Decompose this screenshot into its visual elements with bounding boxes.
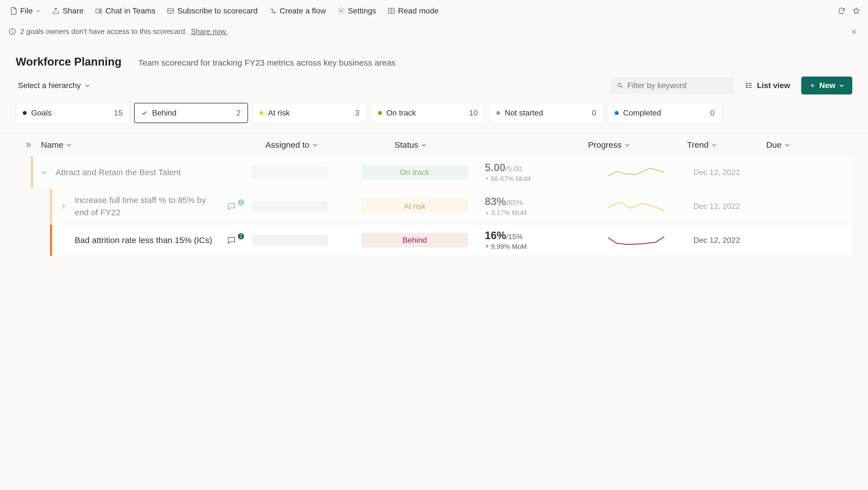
status-filter-label: Behind <box>152 108 232 118</box>
search-input[interactable] <box>627 81 728 90</box>
comment-button[interactable]: 2 <box>227 235 252 245</box>
share-label: Share <box>63 6 84 15</box>
comment-count-badge: 2 <box>238 233 244 239</box>
star-icon <box>852 7 861 15</box>
status-cell: Behind <box>359 233 471 248</box>
refresh-button[interactable] <box>835 5 848 17</box>
file-menu[interactable]: File <box>6 4 45 18</box>
app-toolbar: File Share Chat in Teams Subscribe to sc… <box>0 0 868 22</box>
progress-value: 16%/15% <box>485 230 523 242</box>
status-filter-completed[interactable]: Completed0 <box>608 103 721 123</box>
expand-all-toggle[interactable] <box>16 141 41 149</box>
col-progress-header[interactable]: Progress <box>512 140 630 150</box>
trend-cell <box>580 200 667 213</box>
avatar-placeholder <box>252 167 328 178</box>
hierarchy-label: Select a hierarchy <box>18 81 81 90</box>
svg-point-8 <box>746 85 747 86</box>
share-button[interactable]: Share <box>48 4 88 18</box>
settings-button[interactable]: Settings <box>333 4 381 18</box>
read-mode-button[interactable]: Read mode <box>383 4 443 18</box>
status-filters: Goals15Behind2At risk3On track10Not star… <box>0 103 868 133</box>
comment-icon <box>227 235 236 245</box>
progress-cell: 16%/15%9.99% MoM <box>471 230 580 251</box>
flow-label: Create a flow <box>280 6 326 15</box>
comment-icon <box>227 201 236 211</box>
avatar-placeholder <box>252 235 328 246</box>
status-filter-on-track[interactable]: On track10 <box>371 103 485 123</box>
create-flow-button[interactable]: Create a flow <box>265 4 331 18</box>
col-due-header[interactable]: Due <box>717 140 790 150</box>
status-filter-not-started[interactable]: Not started0 <box>489 103 603 123</box>
row-expand-toggle[interactable] <box>52 203 74 209</box>
controls-row: Select a hierarchy List view New <box>0 74 868 103</box>
col-assigned-header[interactable]: Assigned to <box>266 140 395 150</box>
hierarchy-select[interactable]: Select a hierarchy <box>16 78 93 93</box>
status-filter-label: Goals <box>31 108 110 118</box>
subscribe-icon <box>167 7 175 15</box>
readmode-label: Read mode <box>398 6 439 15</box>
gear-icon <box>337 7 345 15</box>
svg-point-3 <box>340 10 342 12</box>
trend-cell <box>580 166 667 179</box>
chevron-down-icon <box>85 83 90 88</box>
status-filter-count: 10 <box>469 108 478 118</box>
search-box[interactable] <box>611 77 734 94</box>
chat-teams-button[interactable]: Chat in Teams <box>90 4 160 18</box>
notification-text: 2 goals owners don't have access to this… <box>20 27 187 36</box>
arrow-up-icon <box>485 244 489 249</box>
status-filter-count: 0 <box>592 108 596 118</box>
trend-cell <box>580 234 667 247</box>
progress-denominator: /5.00 <box>505 165 522 173</box>
row-expand-toggle[interactable] <box>33 169 56 175</box>
col-name-header[interactable]: Name <box>41 140 266 150</box>
new-button[interactable]: New <box>801 76 852 95</box>
close-icon <box>850 28 857 35</box>
progress-value: 83%/85% <box>485 196 523 208</box>
chat-label: Chat in Teams <box>105 6 155 15</box>
assigned-cell <box>252 201 359 212</box>
progress-denominator: /15% <box>506 232 523 241</box>
goal-row[interactable]: Attract and Retain the Best TalentOn tra… <box>31 156 852 188</box>
status-filter-behind[interactable]: Behind2 <box>134 103 248 123</box>
status-filter-label: At risk <box>268 108 350 118</box>
plus-icon <box>809 82 816 89</box>
goal-name: Bad attrition rate less than 15% (ICs) <box>74 234 227 247</box>
favorite-button[interactable] <box>850 5 862 17</box>
subscribe-button[interactable]: Subscribe to scorecard <box>162 4 262 18</box>
comment-count-badge: 1 <box>238 199 244 205</box>
check-icon <box>142 110 148 116</box>
chevron-double-right-icon <box>25 141 32 149</box>
goal-name: Attract and Retain the Best Talent <box>56 166 227 178</box>
read-icon <box>388 7 395 15</box>
comment-button[interactable]: 1 <box>227 201 252 211</box>
notification-bar: 2 goals owners don't have access to this… <box>0 22 868 41</box>
progress-cell: 5.00/5.0066.67% MoM <box>471 162 580 183</box>
notification-close[interactable] <box>848 26 860 37</box>
chevron-down-icon <box>624 142 630 148</box>
status-filter-label: On track <box>386 108 465 118</box>
status-dot-icon <box>23 111 27 115</box>
goal-row[interactable]: Bad attrition rate less than 15% (ICs)2B… <box>50 224 852 256</box>
refresh-icon <box>837 7 846 15</box>
svg-point-1 <box>100 9 101 10</box>
file-icon <box>10 7 18 15</box>
col-status-header[interactable]: Status <box>395 140 512 150</box>
assigned-cell <box>252 235 359 246</box>
col-trend-header[interactable]: Trend <box>630 140 717 150</box>
progress-delta: 66.67% MoM <box>485 175 530 183</box>
status-dot-icon <box>378 111 382 115</box>
goal-rows: Attract and Retain the Best TalentOn tra… <box>0 156 868 256</box>
list-icon <box>745 81 753 90</box>
listview-label: List view <box>757 81 790 90</box>
list-view-button[interactable]: List view <box>741 78 795 93</box>
status-filter-goals[interactable]: Goals15 <box>16 103 130 123</box>
trend-sparkline <box>608 234 664 247</box>
status-filter-at-risk[interactable]: At risk3 <box>252 103 366 123</box>
chevron-down-icon <box>41 169 48 175</box>
trend-sparkline <box>608 200 664 213</box>
goal-row[interactable]: Increase full time staff % to 85% by end… <box>50 189 852 224</box>
progress-value: 5.00/5.00 <box>485 162 522 174</box>
search-icon <box>617 82 623 89</box>
teams-icon <box>95 7 103 15</box>
notification-link[interactable]: Share now. <box>191 27 227 36</box>
